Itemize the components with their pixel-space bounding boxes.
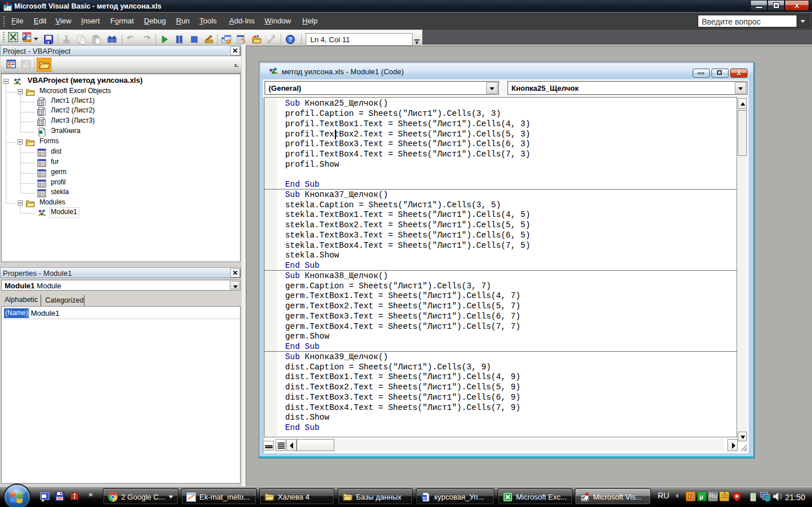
svg-text:W: W	[422, 496, 426, 500]
svg-text:?: ?	[289, 37, 292, 43]
